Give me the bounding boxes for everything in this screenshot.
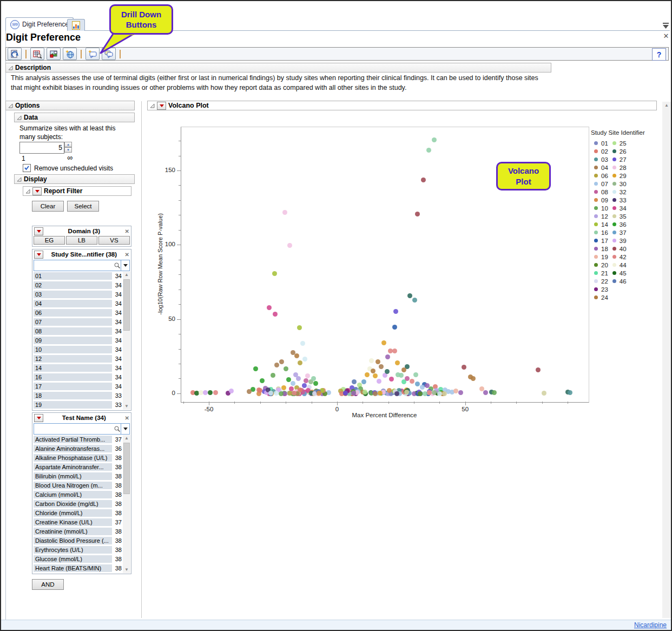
scatter-point[interactable] (291, 381, 295, 386)
data-table-icon[interactable] (30, 48, 44, 60)
list-item[interactable]: 1234 (34, 354, 122, 363)
list-item[interactable]: Aspartate Aminotransfer...38 (34, 463, 122, 471)
scatter-point[interactable] (415, 212, 420, 216)
scatter-point[interactable] (229, 389, 234, 393)
list-item[interactable]: 0834 (34, 327, 122, 336)
scatter-point[interactable] (365, 372, 370, 377)
site-list-scrollbar[interactable]: ▲ ▼ (123, 272, 130, 410)
scatter-point[interactable] (267, 305, 272, 310)
test-search-input[interactable] (34, 426, 114, 432)
subjects-input[interactable] (19, 142, 64, 154)
scatter-point[interactable] (311, 376, 316, 381)
content-scrollbar[interactable]: ▲ (662, 102, 671, 618)
legend-item[interactable]: 28 (609, 163, 627, 172)
site-filter-header[interactable]: Study Site...ntifier (38) ✕ (32, 249, 131, 259)
scatter-point[interactable] (432, 390, 437, 395)
scatter-point[interactable] (393, 309, 398, 314)
legend-item[interactable]: 39 (609, 236, 627, 245)
list-item[interactable]: Activated Partial Thromb...37 (34, 435, 122, 444)
legend-item[interactable]: 18 (591, 245, 608, 253)
scatter-point[interactable] (437, 391, 442, 396)
scatter-point[interactable] (392, 325, 397, 330)
scatter-point[interactable] (405, 376, 410, 381)
scatter-point[interactable] (483, 390, 488, 395)
scatter-point[interactable] (213, 390, 218, 395)
domain-vs-button[interactable]: VS (98, 236, 130, 245)
scatter-point[interactable] (284, 366, 288, 371)
scrollbar-thumb[interactable] (123, 443, 130, 494)
scatter-point[interactable] (410, 379, 414, 384)
legend-item[interactable]: 09 (591, 196, 608, 204)
scatter-point[interactable] (377, 379, 381, 384)
legend-item[interactable]: 16 (591, 228, 608, 236)
site-search-input[interactable] (34, 262, 114, 269)
scatter-point[interactable] (272, 271, 277, 276)
description-header[interactable]: Description (5, 63, 551, 73)
list-item[interactable]: Creatine Kinase (U/L)37 (34, 518, 122, 527)
volcano-plot-header[interactable]: Volcano Plot (147, 101, 657, 110)
legend-item[interactable]: 07 (591, 180, 608, 188)
scatter-point[interactable] (389, 377, 394, 382)
scatter-point[interactable] (412, 298, 417, 303)
list-item[interactable]: 1634 (34, 373, 122, 382)
legend-item[interactable]: 32 (609, 188, 627, 196)
scatter-point[interactable] (258, 388, 262, 393)
scatter-point[interactable] (274, 391, 279, 396)
scatter-point[interactable] (407, 293, 412, 298)
legend-item[interactable]: 24 (591, 293, 608, 301)
scatter-point[interactable] (253, 366, 258, 371)
scatter-point[interactable] (361, 379, 366, 384)
legend-item[interactable]: 21 (591, 269, 608, 277)
panel-divider[interactable] (141, 101, 142, 618)
scatter-point[interactable] (396, 372, 400, 377)
legend-item[interactable]: 20 (591, 261, 608, 269)
test-search-dropdown[interactable] (121, 424, 129, 434)
list-item[interactable]: Chloride (mmol/L)38 (34, 509, 122, 517)
domain-eg-button[interactable]: EG (34, 236, 65, 245)
legend-item[interactable]: 23 (591, 285, 608, 293)
domain-lb-button[interactable]: LB (66, 236, 97, 245)
options-header[interactable]: Options (5, 101, 135, 110)
legend-item[interactable]: 06 (591, 172, 608, 180)
rerun-report-icon[interactable] (8, 48, 22, 60)
scatter-point[interactable] (203, 390, 208, 395)
scatter-point[interactable] (297, 325, 302, 330)
legend-item[interactable]: 37 (609, 228, 627, 236)
close-filter-icon[interactable]: ✕ (125, 415, 129, 421)
list-item[interactable]: 0434 (34, 299, 122, 308)
study-link[interactable]: Nicardipine (634, 621, 667, 629)
display-section-header[interactable]: Display (14, 174, 135, 184)
scatter-point[interactable] (371, 369, 375, 373)
scatter-point[interactable] (363, 390, 367, 395)
list-item[interactable]: Alkaline Phosphatase (U/L)38 (34, 453, 122, 462)
scatter-point[interactable] (373, 373, 378, 378)
list-item[interactable]: Diastolic Blood Pressure (...38 (34, 536, 122, 545)
scatter-point[interactable] (415, 382, 420, 386)
close-filter-icon[interactable]: ✕ (125, 228, 129, 234)
legend-item[interactable]: 44 (609, 261, 627, 269)
legend-item[interactable]: 25 (609, 139, 627, 147)
list-item[interactable]: 0334 (34, 290, 122, 299)
scatter-point[interactable] (421, 178, 426, 182)
scatter-point[interactable] (247, 389, 252, 394)
scatter-point[interactable] (282, 210, 287, 215)
legend-item[interactable]: 33 (609, 196, 627, 204)
legend-item[interactable]: 04 (591, 163, 608, 172)
legend-item[interactable]: 30 (609, 180, 627, 188)
legend-item[interactable]: 26 (609, 147, 627, 155)
legend-item[interactable]: 19 (591, 253, 608, 261)
scatter-point[interactable] (462, 365, 466, 370)
scatter-point[interactable] (381, 340, 386, 345)
report-filter-header[interactable]: Report Filter (23, 186, 131, 196)
help-button[interactable]: ? (652, 48, 666, 61)
list-item[interactable]: 0934 (34, 336, 122, 345)
list-item[interactable]: Alanine Aminotransferas...36 (34, 444, 122, 453)
scatter-point[interactable] (313, 381, 318, 386)
close-icon[interactable]: ✕ (662, 32, 670, 40)
scatter-point[interactable] (300, 341, 305, 346)
list-item[interactable]: Calcium (mmol/L)38 (34, 490, 122, 499)
scatter-point[interactable] (305, 373, 310, 378)
legend-item[interactable]: 29 (609, 172, 627, 180)
legend-item[interactable]: 27 (609, 155, 627, 163)
legend-item[interactable]: 46 (609, 277, 627, 285)
